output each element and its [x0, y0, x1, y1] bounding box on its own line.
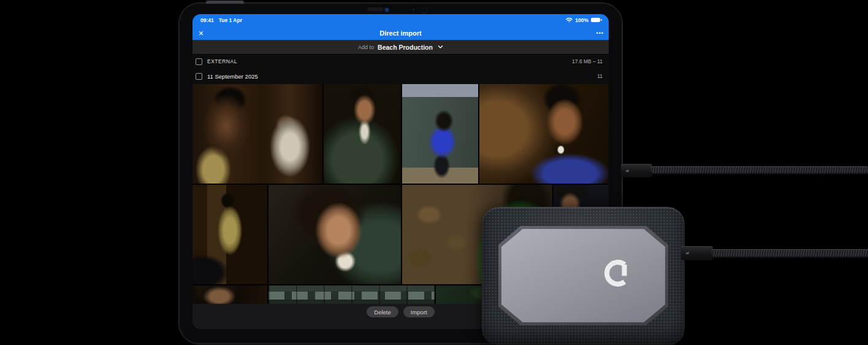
chevron-down-icon [438, 44, 443, 50]
import-button[interactable]: Import [403, 306, 435, 317]
front-sensor-ring [421, 7, 427, 14]
drive-plate-rim [498, 226, 668, 325]
wifi-icon [566, 17, 573, 23]
app-header: ✕ Direct import ••• [192, 26, 609, 40]
photo-thumbnail[interactable] [268, 185, 401, 284]
status-date: Tue 1 Apr [219, 17, 242, 23]
drive-plate-face [501, 229, 665, 322]
battery-icon [591, 18, 600, 22]
photo-thumbnail[interactable] [402, 84, 478, 184]
g-drive-logo [601, 257, 634, 290]
external-checkbox[interactable] [196, 58, 202, 65]
photo-thumbnail[interactable] [192, 285, 267, 304]
external-drive [482, 207, 685, 345]
status-bar: 09:41 Tue 1 Apr 100% [192, 14, 609, 26]
page-title: Direct import [192, 29, 609, 37]
status-time: 09:41 [200, 17, 214, 23]
section-count: 11 [597, 73, 603, 79]
section-row-date: 11 September 2025 11 [192, 68, 609, 84]
front-sensor-dot [413, 9, 414, 10]
add-to-value: Beach Production [378, 44, 433, 51]
front-camera-lens [385, 8, 389, 12]
photo-thumbnail[interactable] [192, 84, 322, 184]
close-button[interactable]: ✕ [196, 26, 207, 40]
cable-to-drive [712, 249, 868, 258]
section-row-external: EXTERNAL 17.6 MB – 11 [192, 55, 609, 68]
add-to-label: Add to [358, 44, 374, 50]
scene: 09:41 Tue 1 Apr 100% ✕ Direct import ••• [0, 0, 868, 345]
usb-c-plug-drive: ↯ [681, 246, 713, 260]
cable-to-tablet [651, 166, 868, 174]
front-camera-pill [367, 7, 384, 11]
section-size-count: 17.6 MB – 11 [572, 58, 603, 64]
add-to-dropdown[interactable]: Add to Beach Production [192, 40, 609, 55]
more-options-button[interactable]: ••• [596, 26, 604, 40]
thunderbolt-mark-icon: ↯ [625, 169, 630, 172]
section-label: EXTERNAL [207, 58, 237, 64]
thunderbolt-mark-icon: ↯ [685, 252, 690, 255]
photo-thumbnail[interactable] [324, 84, 401, 184]
section-label: 11 September 2025 [207, 73, 258, 80]
volume-button [206, 1, 244, 4]
photo-thumbnail[interactable] [192, 185, 267, 284]
date-checkbox[interactable] [196, 73, 202, 80]
delete-button[interactable]: Delete [367, 306, 398, 317]
battery-percent: 100% [575, 17, 588, 23]
usb-c-plug-tablet: ↯ [621, 164, 652, 177]
photo-thumbnail[interactable] [479, 84, 609, 184]
photo-thumbnail[interactable] [268, 285, 435, 304]
